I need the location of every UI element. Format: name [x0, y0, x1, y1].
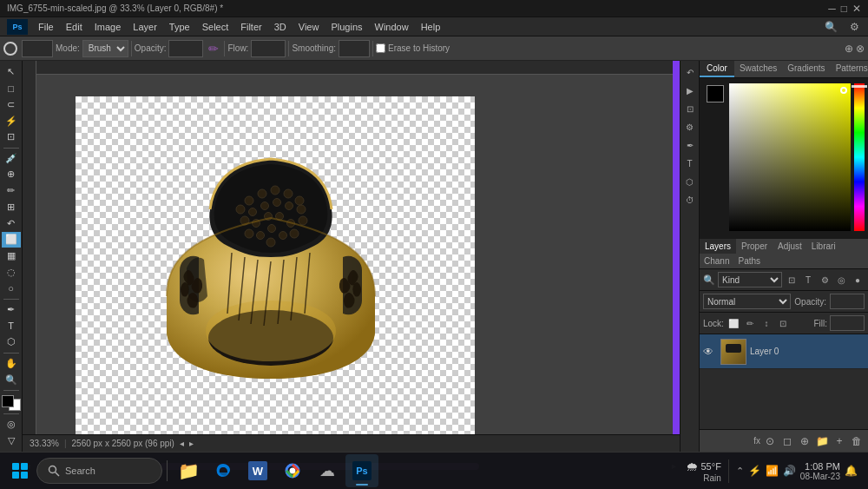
brush-tool[interactable]: ✏ [2, 183, 21, 199]
erase-to-history-checkbox[interactable]: Erase to History [376, 43, 450, 53]
screen-mode-btn[interactable]: ▽ [2, 433, 21, 448]
delete-layer-btn[interactable]: 🗑 [849, 433, 865, 449]
adjust-btn[interactable]: ⚙ [682, 119, 698, 135]
pen-tool[interactable]: ✒ [2, 302, 21, 318]
canvas-area[interactable]: // Will be generated via JS below [23, 61, 680, 452]
tab-swatches[interactable]: Swatches [734, 61, 782, 77]
menu-image[interactable]: Image [89, 20, 127, 34]
tab-layers[interactable]: Layers [700, 239, 736, 254]
hue-spectrum[interactable] [854, 83, 865, 231]
menu-plugins[interactable]: Plugins [326, 20, 367, 34]
menu-view[interactable]: View [293, 20, 325, 34]
select-tool[interactable]: □ [2, 81, 21, 96]
filter-icon-btn1[interactable]: ⊡ [785, 273, 799, 287]
bluetooth-icon[interactable]: ⚡ [748, 465, 761, 477]
layer-group-btn[interactable]: 📁 [814, 433, 830, 449]
timeline-btn[interactable]: ⏱ [682, 192, 698, 208]
zoom-tool[interactable]: 🔍 [2, 372, 21, 387]
quick-mask-btn[interactable]: ◎ [2, 416, 21, 432]
minimize-btn[interactable]: ─ [828, 3, 836, 15]
menu-help[interactable]: Help [416, 20, 446, 34]
volume-icon[interactable]: 🔊 [783, 465, 796, 477]
taskbar-edge[interactable] [207, 454, 240, 487]
windows-start-btn[interactable] [5, 456, 35, 486]
blend-mode-select[interactable]: Normal [703, 294, 791, 309]
menu-select[interactable]: Select [197, 20, 234, 34]
lock-position-btn[interactable]: ↕ [760, 316, 773, 330]
menu-window[interactable]: Window [370, 20, 414, 34]
taskbar-file-explorer[interactable]: 📁 [172, 454, 205, 487]
color-selector[interactable] [2, 395, 21, 411]
tab-patterns[interactable]: Patterns [831, 61, 868, 77]
hand-tool[interactable]: ✋ [2, 356, 21, 372]
taskbar-app5[interactable]: ☁ [311, 454, 344, 487]
close-btn[interactable]: ✕ [852, 3, 861, 15]
canvas-content[interactable] [36, 75, 680, 452]
tab-libraries[interactable]: Librari [807, 239, 840, 254]
text-tool[interactable]: T [2, 318, 21, 334]
menu-filter[interactable]: Filter [235, 20, 266, 34]
clock-area[interactable]: 1:08 PM 08-Mar-23 [800, 461, 840, 481]
menu-layer[interactable]: Layer [128, 20, 162, 34]
move-tool[interactable]: ↖ [2, 64, 21, 80]
crop-tool[interactable]: ⊡ [2, 129, 21, 145]
current-color-swatch[interactable] [707, 85, 724, 102]
mode-select[interactable]: Brush [82, 40, 128, 57]
tab-properties[interactable]: Proper [736, 239, 773, 254]
menu-file[interactable]: File [33, 20, 59, 34]
layer-name[interactable]: Layer 0 [750, 347, 865, 356]
tray-up-arrow[interactable]: ⌃ [736, 466, 744, 477]
color-picker-area[interactable] [700, 78, 868, 239]
weather-widget[interactable]: 🌧 55°F Rain [679, 459, 729, 483]
tab-gradients[interactable]: Gradients [782, 61, 830, 77]
tab-adjustments[interactable]: Adjust [773, 239, 807, 254]
history-brush-tool[interactable]: ↶ [2, 215, 21, 231]
lock-artboard-btn[interactable]: ⊡ [776, 316, 790, 330]
path-panel-btn[interactable]: ✒ [682, 137, 698, 153]
eyedropper-tool[interactable]: 💉 [2, 150, 21, 166]
taskbar-chrome[interactable] [276, 454, 309, 487]
flow-input[interactable]: 100% [251, 40, 286, 57]
gradient-tool[interactable]: ▦ [2, 248, 21, 264]
taskbar-search[interactable]: Search [36, 458, 162, 484]
magic-wand-tool[interactable]: ⚡ [2, 113, 21, 129]
filter-icon-btn5[interactable]: ● [851, 273, 865, 287]
clone-tool[interactable]: ⊞ [2, 200, 21, 215]
shapes-btn[interactable]: ⬡ [682, 174, 698, 189]
symmetry-icon[interactable]: ⊗ [856, 43, 865, 55]
properties-btn[interactable]: ⊡ [682, 101, 698, 116]
blur-tool[interactable]: ◌ [2, 264, 21, 280]
lasso-tool[interactable]: ⊂ [2, 96, 21, 112]
fill-value[interactable]: 100% [830, 315, 865, 331]
smoothing-input[interactable]: 0% [339, 40, 370, 57]
layer-item[interactable]: 👁 Layer 0 [700, 334, 868, 369]
search-icon-menu[interactable]: 🔍 [819, 21, 843, 33]
scroll-arrows-left[interactable]: ◂ [180, 439, 184, 448]
menu-3d[interactable]: 3D [269, 20, 292, 34]
brush-preset-icon[interactable]: ⊕ [845, 43, 853, 55]
tab-paths[interactable]: Paths [733, 254, 765, 268]
filter-icon-btn2[interactable]: T [801, 273, 815, 287]
filter-select[interactable]: Kind [718, 272, 782, 287]
text-panel-btn[interactable]: T [682, 155, 698, 171]
dodge-tool[interactable]: ○ [2, 281, 21, 296]
tab-channels[interactable]: Chann [700, 254, 733, 268]
lock-image-btn[interactable]: ✏ [743, 316, 757, 330]
maximize-btn[interactable]: □ [841, 3, 847, 15]
heal-tool[interactable]: ⊕ [2, 167, 21, 182]
opacity-value[interactable]: 100% [830, 294, 865, 309]
adjustment-layer-btn[interactable]: ⊕ [797, 433, 812, 449]
filter-icon-btn3[interactable]: ⚙ [818, 273, 832, 287]
path-tool[interactable]: ⬡ [2, 334, 21, 350]
eraser-tool[interactable]: ⬜ [2, 232, 21, 248]
color-gradient-field[interactable] [729, 83, 851, 231]
add-layer-style-btn[interactable]: ⊙ [762, 433, 778, 449]
opacity-input[interactable]: 100% [168, 40, 203, 57]
lock-transparent-btn[interactable]: ⬜ [727, 316, 740, 330]
tab-color[interactable]: Color [700, 61, 734, 77]
filter-icon-btn4[interactable]: ◎ [834, 273, 848, 287]
document-canvas[interactable] [76, 96, 475, 452]
menu-edit[interactable]: Edit [61, 20, 88, 34]
add-mask-btn[interactable]: ◻ [779, 433, 795, 449]
layer-visibility-icon[interactable]: 👁 [703, 346, 717, 358]
